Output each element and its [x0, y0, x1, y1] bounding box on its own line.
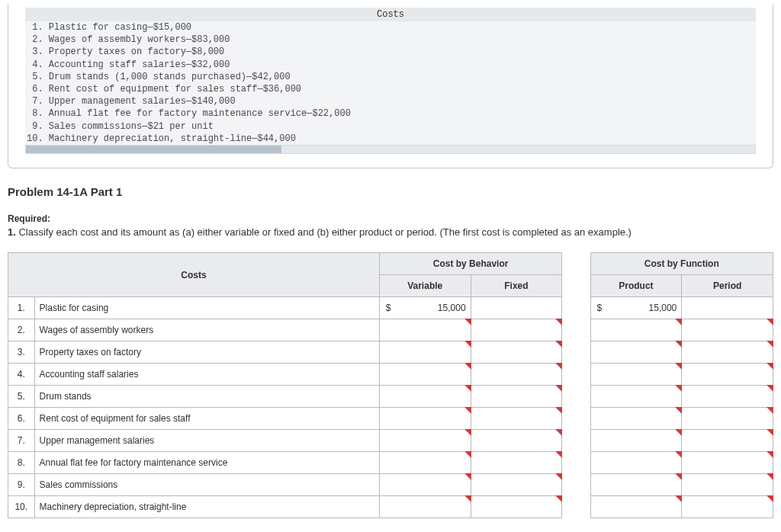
row-number: 9.: [8, 474, 35, 496]
product-cell[interactable]: [590, 341, 682, 364]
header-fixed: Fixed: [471, 275, 562, 297]
requirement-number: 1.: [8, 226, 16, 238]
problem-title: Problem 14-1A Part 1: [8, 185, 773, 198]
horizontal-scrollbar[interactable]: [25, 145, 756, 154]
table-row: 4.Accounting staff salaries: [8, 364, 773, 386]
row-number: 4.: [8, 364, 35, 386]
header-variable: Variable: [379, 275, 471, 297]
table-row: 10.Machinery depreciation, straight-line: [8, 496, 773, 518]
product-cell[interactable]: [590, 430, 682, 452]
row-number: 6.: [8, 408, 35, 430]
amount-value: 15,000: [649, 303, 677, 313]
product-cell[interactable]: $15,000: [590, 297, 682, 319]
period-cell[interactable]: [682, 430, 773, 452]
costs-list-area: 1. Plastic for casing—$15,000 2. Wages o…: [25, 21, 756, 145]
cost-name: Drum stands: [34, 386, 379, 408]
requirement-body: Classify each cost and its amount as (a)…: [18, 226, 631, 238]
column-gap: [562, 474, 590, 496]
fixed-cell[interactable]: [471, 341, 562, 364]
variable-cell[interactable]: [379, 319, 471, 341]
column-gap: [562, 319, 590, 341]
variable-cell[interactable]: [379, 408, 471, 430]
fixed-cell[interactable]: [471, 386, 562, 408]
period-cell[interactable]: [682, 474, 773, 496]
product-cell[interactable]: [590, 474, 682, 496]
table-row: 5.Drum stands: [8, 386, 773, 408]
cost-name: Annual flat fee for factory maintenance …: [34, 452, 379, 474]
fixed-cell[interactable]: [471, 452, 562, 474]
costs-list-header: Costs: [25, 8, 756, 21]
product-cell[interactable]: [590, 452, 682, 474]
column-gap: [562, 386, 590, 408]
row-number: 2.: [8, 319, 35, 341]
table-row: 8.Annual flat fee for factory maintenanc…: [8, 452, 773, 474]
scrollbar-thumb[interactable]: [26, 146, 281, 153]
fixed-cell[interactable]: [471, 364, 562, 386]
column-gap: [562, 364, 590, 386]
fixed-cell[interactable]: [471, 474, 562, 496]
period-cell[interactable]: [682, 408, 773, 430]
fixed-cell[interactable]: [471, 430, 562, 452]
fixed-cell[interactable]: [471, 319, 562, 341]
variable-cell[interactable]: [379, 430, 471, 452]
product-cell[interactable]: [590, 496, 682, 518]
table-row: 2.Wages of assembly workers: [8, 319, 773, 341]
cost-name: Upper management salaries: [34, 430, 379, 452]
header-costs: Costs: [8, 253, 380, 297]
period-cell[interactable]: [682, 496, 773, 518]
fixed-cell[interactable]: [471, 496, 562, 518]
amount-value: 15,000: [438, 303, 466, 313]
column-gap: [562, 408, 590, 430]
variable-cell[interactable]: [379, 364, 471, 386]
info-card: Costs 1. Plastic for casing—$15,000 2. W…: [8, 5, 773, 168]
product-cell[interactable]: [590, 364, 682, 386]
required-block: Required: 1. Classify each cost and its …: [8, 213, 773, 239]
currency-symbol: $: [384, 303, 391, 313]
costs-list-text: 1. Plastic for casing—$15,000 2. Wages o…: [25, 21, 756, 145]
row-number: 8.: [8, 452, 35, 474]
table-row: 7.Upper management salaries: [8, 430, 773, 452]
table-row: 6.Rent cost of equipment for sales staff: [8, 408, 773, 430]
cost-name: Wages of assembly workers: [34, 319, 379, 341]
period-cell[interactable]: [682, 452, 773, 474]
table-row: 9.Sales commissions: [8, 474, 773, 496]
column-gap: [562, 452, 590, 474]
fixed-cell[interactable]: [471, 408, 562, 430]
product-cell[interactable]: [590, 319, 682, 341]
row-number: 3.: [8, 341, 35, 364]
row-number: 5.: [8, 386, 35, 408]
column-gap: [562, 341, 590, 364]
variable-cell[interactable]: [379, 341, 471, 364]
period-cell[interactable]: [682, 319, 773, 341]
period-cell[interactable]: [682, 364, 773, 386]
period-cell[interactable]: [682, 297, 773, 319]
period-cell[interactable]: [682, 386, 773, 408]
row-number: 1.: [8, 297, 35, 319]
classification-table: Costs Cost by Behavior Cost by Function …: [8, 252, 773, 518]
cost-name: Rent cost of equipment for sales staff: [34, 408, 379, 430]
variable-cell[interactable]: [379, 386, 471, 408]
requirement-text: 1. Classify each cost and its amount as …: [8, 226, 773, 239]
column-gap: [562, 253, 590, 297]
variable-cell[interactable]: [379, 452, 471, 474]
row-number: 10.: [8, 496, 35, 518]
column-gap: [562, 430, 590, 452]
header-product: Product: [590, 275, 682, 297]
table-row: 3.Property taxes on factory: [8, 341, 773, 364]
cost-name: Accounting staff salaries: [34, 364, 379, 386]
column-gap: [562, 496, 590, 518]
currency-symbol: $: [596, 303, 603, 313]
header-behavior: Cost by Behavior: [379, 253, 561, 275]
period-cell[interactable]: [682, 341, 773, 364]
table-row: 1.Plastic for casing$15,000$15,000: [8, 297, 773, 319]
cost-name: Plastic for casing: [34, 297, 379, 319]
variable-cell[interactable]: $15,000: [379, 297, 471, 319]
variable-cell[interactable]: [379, 474, 471, 496]
product-cell[interactable]: [590, 386, 682, 408]
row-number: 7.: [8, 430, 35, 452]
cost-name: Sales commissions: [34, 474, 379, 496]
cost-name: Property taxes on factory: [34, 341, 379, 364]
product-cell[interactable]: [590, 408, 682, 430]
variable-cell[interactable]: [379, 496, 471, 518]
fixed-cell[interactable]: [471, 297, 562, 319]
